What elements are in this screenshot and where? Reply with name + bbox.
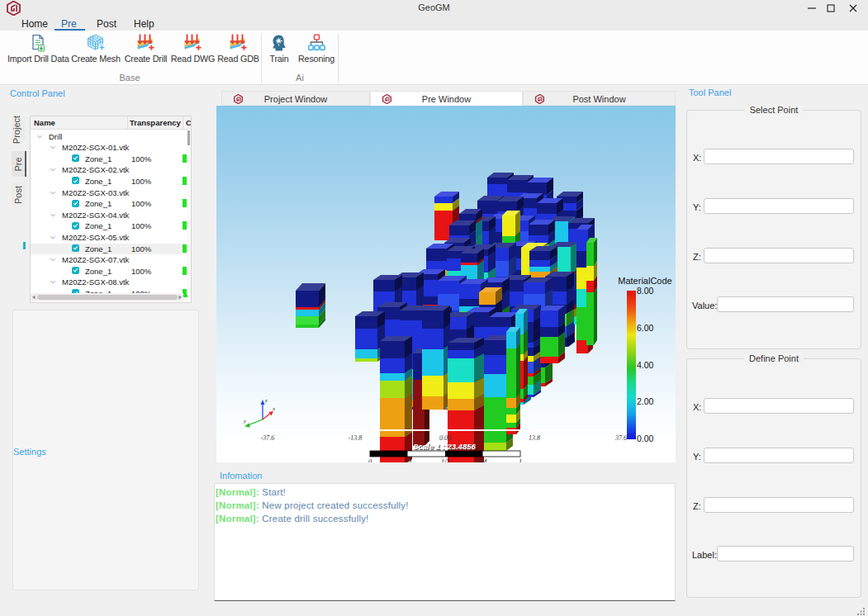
- svg-text:0: 0: [368, 458, 372, 462]
- svg-text:1/2: 1/2: [441, 458, 449, 462]
- svg-text:1: 1: [519, 458, 522, 462]
- svg-text:0.00: 0.00: [439, 434, 451, 442]
- svg-text:6.00: 6.00: [637, 323, 654, 333]
- svg-text:x: x: [272, 405, 276, 412]
- svg-text:2.00: 2.00: [637, 396, 654, 406]
- svg-text:y: y: [243, 418, 247, 424]
- svg-text:4.00: 4.00: [637, 360, 654, 370]
- svg-text:0.00: 0.00: [637, 434, 654, 443]
- svg-text:Scale 1 : 23.4856: Scale 1 : 23.4856: [413, 442, 476, 451]
- svg-text:z: z: [264, 397, 268, 404]
- svg-text:3/4: 3/4: [477, 458, 486, 462]
- svg-text:37.6: 37.6: [614, 434, 627, 442]
- svg-text:-37.6: -37.6: [261, 434, 275, 442]
- svg-text:1/4: 1/4: [403, 458, 411, 462]
- svg-text:8.00: 8.00: [637, 286, 654, 296]
- svg-text:-13.8: -13.8: [349, 434, 363, 442]
- svg-text:13.8: 13.8: [529, 434, 540, 442]
- svg-text:MaterialCode: MaterialCode: [618, 276, 671, 286]
